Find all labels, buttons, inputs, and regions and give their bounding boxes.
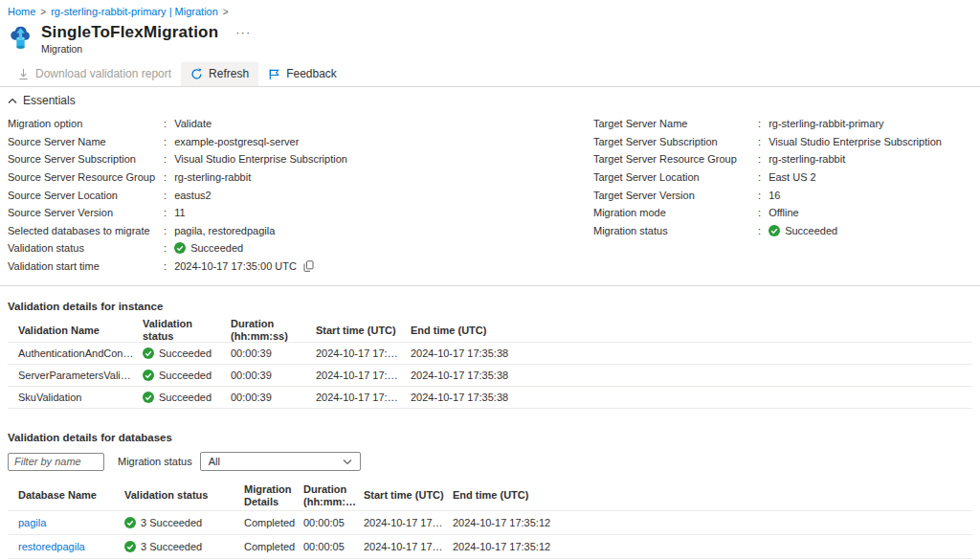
table-row[interactable]: SkuValidation Succeeded 00:00:39 2024-10…: [8, 387, 972, 409]
success-icon: [124, 541, 136, 552]
filter-by-name-input[interactable]: [8, 453, 104, 471]
end-time: 2024-10-17 17:35:38: [411, 392, 972, 403]
table-row[interactable]: restoredpagila 3 Succeeded Completed 00:…: [8, 535, 972, 559]
chevron-up-icon: [8, 98, 17, 104]
field-selected-databases: Selected databases to migrate pagila, re…: [8, 222, 593, 240]
end-time: 2024-10-17 17:35:38: [411, 370, 972, 381]
table-row[interactable]: ServerParametersValidation Succeeded 00:…: [8, 365, 972, 387]
field-label: Validation status: [8, 242, 164, 254]
field-target-server-resource-group: Target Server Resource Group rg-sterling…: [593, 150, 972, 168]
field-migration-mode: Migration mode Offline: [593, 204, 972, 222]
duration: 00:00:05: [303, 517, 364, 528]
essentials-left-column: Migration option Validate Source Server …: [8, 115, 593, 275]
essentials-toggle[interactable]: Essentials: [0, 87, 980, 111]
success-icon: [143, 370, 154, 381]
breadcrumb: Home > rg-sterling-rabbit-primary | Migr…: [0, 0, 980, 19]
copy-icon[interactable]: [303, 260, 314, 272]
start-time: 2024-10-17 17:35:00: [316, 370, 411, 381]
table-header-row: Database Name Validation status Migratio…: [8, 481, 972, 511]
validation-name: SkuValidation: [8, 392, 143, 403]
feedback-button[interactable]: Feedback: [258, 62, 346, 86]
status-text: 3 Succeeded: [141, 541, 202, 552]
field-value: pagila, restoredpagila: [174, 225, 275, 236]
field-label: Migration option: [8, 118, 164, 129]
end-time: 2024-10-17 17:35:38: [411, 347, 972, 359]
essentials-label: Essentials: [23, 94, 76, 107]
breadcrumb-separator: >: [223, 7, 229, 17]
field-validation-status: Validation status Succeeded: [8, 239, 593, 258]
column-header: End time (UTC): [453, 489, 972, 502]
status-badge: Succeeded: [143, 370, 231, 381]
field-value: 16: [768, 190, 780, 201]
field-label: Source Server Subscription: [8, 153, 164, 165]
section-divider: [0, 285, 980, 286]
field-source-server-subscription: Source Server Subscription Visual Studio…: [8, 150, 593, 168]
field-value: example-postgresql-server: [174, 136, 299, 147]
end-time: 2024-10-17 17:35:12: [453, 517, 972, 528]
field-value: rg-sterling-rabbit-primary: [768, 118, 883, 129]
database-name-link[interactable]: restoredpagila: [8, 541, 124, 552]
breadcrumb-migration-link[interactable]: rg-sterling-rabbit-primary | Migration: [51, 6, 218, 17]
column-header: Validation status: [124, 489, 244, 502]
field-value: 11: [174, 207, 185, 218]
field-label: Source Server Resource Group: [8, 171, 164, 183]
duration: 00:00:05: [303, 541, 364, 552]
field-value: Succeeded: [785, 225, 837, 236]
field-label: Target Server Version: [593, 190, 758, 201]
field-source-server-location: Source Server Location eastus2: [8, 186, 593, 204]
success-icon: [143, 347, 154, 359]
column-header: Migration Details: [244, 483, 303, 508]
status-text: Succeeded: [159, 392, 212, 403]
field-value: 2024-10-17 17:35:00 UTC: [174, 260, 297, 272]
database-name-link[interactable]: pagila: [8, 517, 124, 528]
field-label: Source Server Version: [8, 207, 164, 218]
breadcrumb-separator: >: [40, 7, 46, 17]
field-label: Target Server Location: [593, 171, 758, 183]
database-filter-row: Migration status All: [8, 452, 972, 471]
download-validation-report-button[interactable]: Download validation report: [8, 62, 181, 86]
refresh-button[interactable]: Refresh: [181, 62, 258, 86]
duration: 00:00:39: [231, 370, 316, 381]
success-icon: [143, 392, 154, 403]
validation-name: AuthenticationAndConnectivi...: [8, 347, 143, 359]
duration: 00:00:39: [231, 392, 316, 403]
field-migration-option: Migration option Validate: [8, 115, 593, 133]
status-text: 3 Succeeded: [141, 517, 202, 528]
column-header: Duration (hh:mm:ss): [303, 483, 364, 508]
chevron-down-icon: [343, 459, 352, 465]
field-label: Validation start time: [8, 260, 164, 272]
start-time: 2024-10-17 17:35:07: [364, 517, 453, 528]
feedback-label: Feedback: [286, 67, 337, 80]
migration-service-icon: [8, 25, 33, 51]
page-header: SingleToFlexMigration ··· Migration: [0, 19, 980, 55]
field-value: East US 2: [768, 171, 816, 183]
page-title: SingleToFlexMigration: [41, 23, 218, 42]
breadcrumb-home-link[interactable]: Home: [8, 6, 35, 17]
field-target-server-version: Target Server Version 16: [593, 186, 972, 204]
column-header: Duration (hh:mm:ss): [231, 318, 316, 343]
migration-status-dropdown[interactable]: All: [200, 452, 361, 471]
field-value: rg-sterling-rabbit: [768, 153, 845, 165]
table-row[interactable]: AuthenticationAndConnectivi... Succeeded…: [8, 343, 972, 365]
column-header: Validation Name: [8, 325, 143, 337]
field-label: Source Server Location: [8, 190, 164, 201]
field-source-server-resource-group: Source Server Resource Group rg-sterling…: [8, 168, 593, 187]
start-time: 2024-10-17 17:35:00: [316, 347, 411, 359]
status-badge: 3 Succeeded: [124, 541, 244, 552]
status-text: Succeeded: [159, 370, 212, 381]
field-label: Migration status: [593, 225, 758, 236]
instance-section-title: Validation details for instance: [0, 301, 980, 312]
migration-details: Completed: [244, 541, 303, 552]
field-value: Validate: [174, 118, 212, 129]
instance-validation-table: Validation Name Validation status Durati…: [8, 319, 972, 409]
table-row[interactable]: pagila 3 Succeeded Completed 00:00:05 20…: [8, 511, 972, 535]
field-label: Target Server Name: [593, 118, 758, 129]
end-time: 2024-10-17 17:35:12: [453, 541, 972, 552]
duration: 00:00:39: [231, 347, 316, 359]
feedback-icon: [268, 68, 280, 80]
more-options-button[interactable]: ···: [235, 28, 251, 37]
field-label: Target Server Resource Group: [593, 153, 758, 165]
success-icon: [174, 242, 186, 254]
essentials-grid: Migration option Validate Source Server …: [0, 111, 980, 275]
field-label: Source Server Name: [8, 136, 164, 147]
